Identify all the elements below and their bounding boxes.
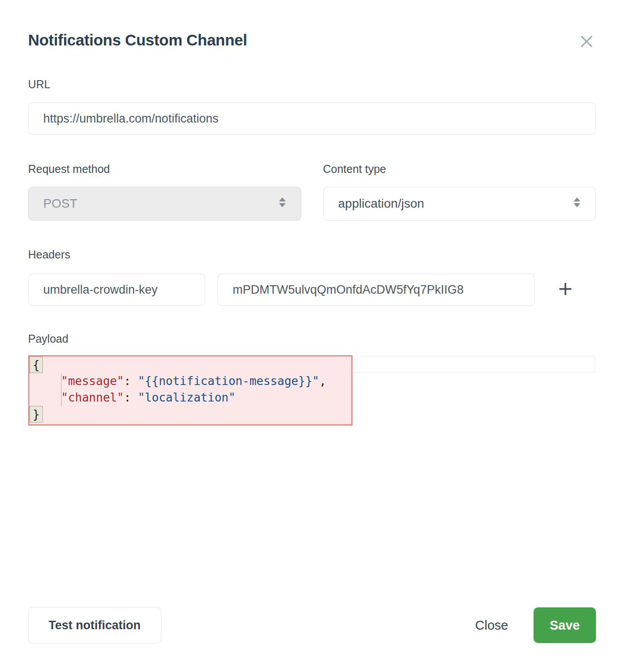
comma-token: , — [319, 374, 326, 388]
close-icon — [579, 44, 594, 50]
payload-code-editor[interactable]: { "message": "{{notification-message}}",… — [28, 356, 596, 427]
code-line: } — [29, 406, 351, 422]
url-label: URL — [28, 78, 596, 91]
header-key-input[interactable] — [28, 274, 205, 306]
close-brace-token: } — [29, 406, 43, 422]
channel-value-token: "localization" — [138, 391, 235, 404]
content-type-field-group: Content type application/json — [323, 163, 596, 221]
indent-guide — [61, 373, 62, 406]
headers-field-group: Headers — [28, 248, 596, 307]
content-type-label: Content type — [323, 163, 596, 176]
add-header-button[interactable] — [535, 273, 596, 307]
url-input[interactable] — [28, 102, 596, 135]
request-method-select[interactable]: POST — [28, 187, 301, 221]
notifications-custom-channel-dialog: Notifications Custom Channel URL Request… — [0, 0, 624, 672]
request-method-field-group: Request method POST — [28, 163, 301, 221]
header-row — [28, 273, 596, 307]
content-type-select[interactable]: application/json — [323, 187, 596, 221]
method-content-row: Request method POST Content type applica… — [28, 163, 596, 221]
save-button[interactable]: Save — [534, 607, 596, 643]
header-value-input[interactable] — [218, 274, 535, 306]
url-field-group: URL — [28, 78, 596, 135]
colon-token: : — [124, 374, 138, 388]
close-dialog-button[interactable] — [577, 32, 596, 52]
open-brace-token: { — [29, 356, 43, 373]
dialog-header: Notifications Custom Channel — [28, 0, 596, 52]
code-line: { — [29, 356, 351, 373]
message-key-token: "message" — [61, 374, 124, 388]
close-button[interactable]: Close — [475, 618, 508, 633]
test-notification-button[interactable]: Test notification — [28, 607, 161, 643]
payload-label: Payload — [28, 332, 596, 345]
dialog-title: Notifications Custom Channel — [28, 31, 247, 49]
colon-token: : — [124, 391, 138, 404]
plus-icon — [558, 282, 573, 298]
channel-key-token: "channel" — [61, 391, 124, 404]
request-method-value: POST — [43, 197, 77, 211]
message-value-token: "{{notification-message}}" — [138, 374, 319, 388]
request-method-label: Request method — [28, 163, 301, 176]
payload-field-group: Payload { "message": "{{notification-mes… — [28, 332, 596, 427]
select-arrows-icon — [573, 197, 581, 211]
footer-actions: Close Save — [475, 607, 596, 643]
payload-highlighted-code[interactable]: { "message": "{{notification-message}}",… — [28, 355, 353, 426]
content-type-value: application/json — [338, 197, 424, 211]
dialog-footer: Test notification Close Save — [28, 607, 596, 643]
headers-label: Headers — [28, 248, 596, 261]
code-line: "channel": "localization" — [29, 389, 351, 406]
select-arrows-icon — [279, 197, 286, 211]
code-line: "message": "{{notification-message}}", — [29, 373, 351, 389]
